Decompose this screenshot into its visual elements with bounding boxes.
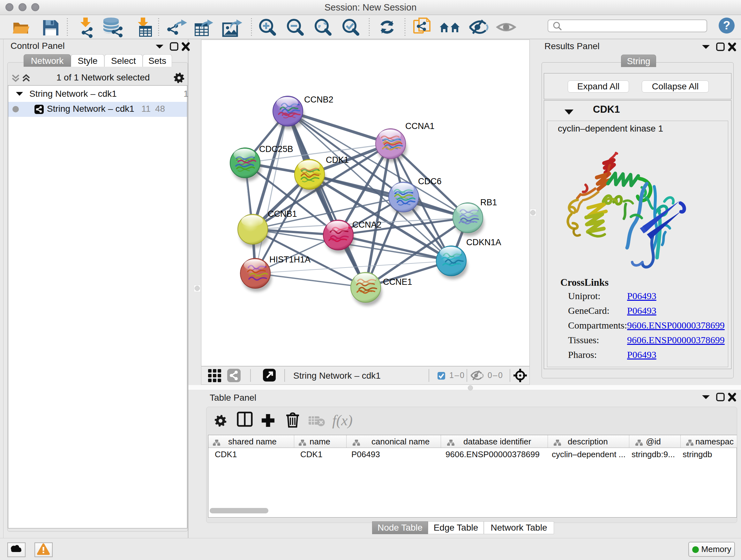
svg-text:1 – 0: 1 – 0 <box>449 371 464 380</box>
svg-text:CDC25B: CDC25B <box>259 144 293 154</box>
svg-text:CDKN1A: CDKN1A <box>466 238 501 247</box>
svg-text:CDK1: CDK1 <box>326 155 349 165</box>
svg-text:CCNE1: CCNE1 <box>383 277 412 287</box>
svg-text:0 – 0: 0 – 0 <box>488 371 502 380</box>
svg-text:CCNB2: CCNB2 <box>304 95 333 105</box>
svg-text:f(x): f(x) <box>332 412 353 428</box>
svg-text:?: ? <box>723 19 731 32</box>
svg-text:CCNA2: CCNA2 <box>352 220 382 230</box>
svg-text:CCNB1: CCNB1 <box>268 209 297 219</box>
svg-text:CCNA1: CCNA1 <box>405 121 434 131</box>
svg-text:HIST1H1A: HIST1H1A <box>269 255 311 264</box>
svg-text:CDC6: CDC6 <box>418 177 442 186</box>
svg-text:RB1: RB1 <box>480 198 497 207</box>
